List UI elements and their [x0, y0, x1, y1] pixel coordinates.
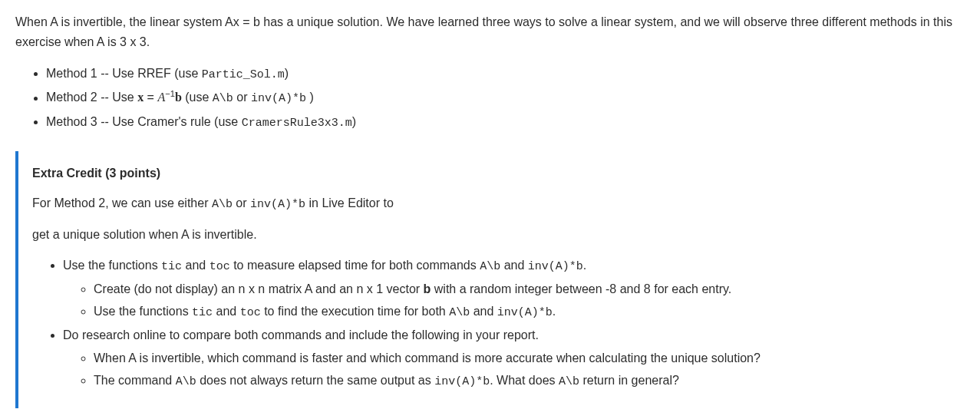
callout-bullets: Use the functions tic and toc to measure…: [32, 256, 951, 392]
math-x: x: [137, 91, 144, 104]
p1-a: For Method 2, we can use either: [32, 196, 212, 210]
method-2-close: ): [306, 91, 314, 104]
p1-b: or: [233, 196, 250, 210]
b2-2-a: The command: [94, 374, 176, 387]
b2-2-code3: A\b: [559, 375, 579, 388]
math-A: A: [157, 91, 165, 104]
callout-p1: For Method 2, we can use either A\b or i…: [32, 193, 951, 214]
b1-2-code2: toc: [240, 306, 261, 319]
callout-title: Extra Credit (3 points): [32, 163, 951, 183]
b1-d: and: [500, 259, 528, 272]
p1-code1: A\b: [212, 198, 233, 211]
b2-2-b: does not always return the same output a…: [196, 374, 434, 387]
method-2-code2: inv(A)*b: [251, 93, 306, 106]
b1-2-c: to find the execution time for both: [261, 305, 449, 318]
bullet-1-1: Create (do not display) an n x n matrix …: [94, 279, 951, 299]
b1-code4: inv(A)*b: [528, 260, 583, 273]
math-b: b: [175, 91, 182, 104]
bullet-2-2: The command A\b does not always return t…: [94, 371, 951, 391]
methods-list: Method 1 -- Use RREF (use Partic_Sol.m) …: [15, 64, 965, 132]
b1-e: .: [583, 259, 586, 272]
method-2-code1: A\b: [213, 93, 233, 106]
b1-b: and: [182, 259, 210, 272]
p1-code2: inv(A)*b: [250, 198, 305, 211]
method-1-suffix: ): [285, 67, 289, 80]
math-exp: −1: [165, 89, 175, 98]
b1-code3: A\b: [480, 260, 500, 273]
b1-a: Use the functions: [63, 259, 161, 272]
b2-2-code2: inv(A)*b: [434, 375, 490, 388]
bullet-1-2: Use the functions tic and toc to find th…: [94, 302, 951, 322]
extra-credit-callout: Extra Credit (3 points) For Method 2, we…: [15, 151, 965, 409]
b1-1-c: with a random integer between -8 and 8 f…: [431, 282, 731, 295]
method-2-prefix: Method 2 -- Use: [46, 91, 137, 104]
b1-code1: tic: [161, 260, 182, 273]
method-1-code: Partic_Sol.m: [202, 68, 285, 81]
bullet-2: Do research online to compare both comma…: [63, 325, 951, 391]
method-3-code: CramersRule3x3.m: [242, 117, 352, 130]
b1-c: to measure elapsed time for both command…: [230, 259, 480, 272]
bullet-1-sub: Create (do not display) an n x n matrix …: [63, 279, 951, 323]
b1-2-d: and: [470, 305, 497, 318]
b2-2-c: . What does: [490, 374, 559, 387]
b2-text: Do research online to compare both comma…: [63, 328, 539, 341]
method-3-text: Method 3 -- Use Cramer's rule (use: [46, 115, 242, 128]
callout-p2: get a unique solution when A is invertib…: [32, 225, 951, 245]
b1-1-b: b: [424, 282, 431, 295]
method-1: Method 1 -- Use RREF (use Partic_Sol.m): [46, 64, 965, 84]
bullet-1: Use the functions tic and toc to measure…: [63, 256, 951, 323]
method-3: Method 3 -- Use Cramer's rule (use Crame…: [46, 112, 965, 133]
bullet-2-sub: When A is invertible, which command is f…: [63, 348, 951, 392]
b2-2-d: return in general?: [579, 374, 679, 387]
b1-2-a: Use the functions: [94, 305, 192, 318]
b1-2-e: .: [553, 305, 556, 318]
b1-2-b: and: [213, 305, 240, 318]
b2-2-code1: A\b: [176, 375, 196, 388]
method-1-text: Method 1 -- Use RREF (use: [46, 67, 202, 80]
b1-code2: toc: [210, 260, 230, 273]
method-2: Method 2 -- Use x = A−1b (use A\b or inv…: [46, 87, 965, 108]
p1-c: in Live Editor to: [305, 196, 394, 210]
math-eq: =: [144, 91, 157, 104]
b1-2-code1: tic: [192, 306, 213, 319]
intro-paragraph: When A is invertible, the linear system …: [15, 12, 965, 51]
b1-1-a: Create (do not display) an n x n matrix …: [94, 282, 424, 295]
bullet-2-1: When A is invertible, which command is f…: [94, 348, 951, 368]
method-3-suffix: ): [352, 115, 356, 128]
method-2-use: (use: [182, 91, 213, 104]
b1-2-code4: inv(A)*b: [497, 306, 553, 319]
method-2-or: or: [233, 91, 251, 104]
b1-2-code3: A\b: [449, 306, 470, 319]
